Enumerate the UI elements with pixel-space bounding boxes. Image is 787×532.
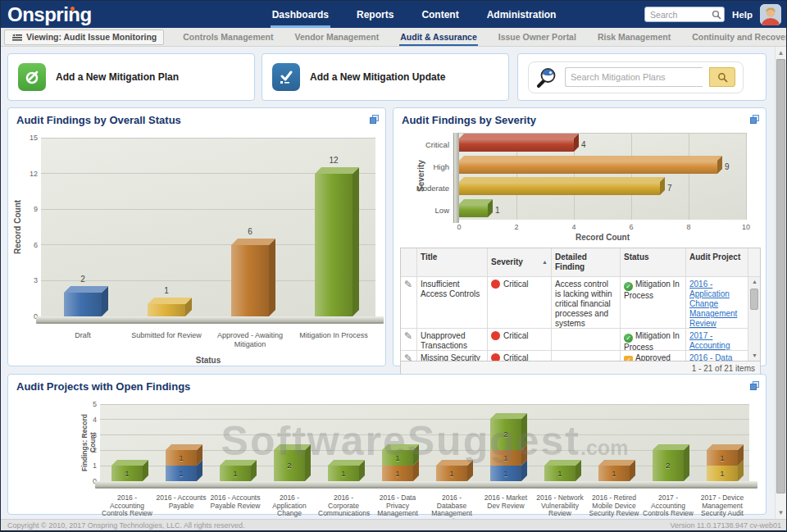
category-label: High: [408, 162, 449, 171]
y-axis-label: Record Count: [13, 138, 22, 316]
bar-value-label: 1: [598, 469, 630, 478]
copyright-text: Copyright © 2010, 2017 Onspring Technolo…: [7, 521, 245, 530]
column-header-edit[interactable]: [401, 248, 417, 276]
bar-3d-top: [544, 460, 581, 466]
column-header-audit-project[interactable]: Audit Project: [686, 248, 748, 276]
bar-value-label: 1: [138, 286, 195, 295]
scrollbar-thumb[interactable]: [776, 59, 785, 493]
category-label: 2016 - Retired Mobile Device Security Re…: [589, 494, 639, 518]
chart-bar-mitigation-in-process[interactable]: [315, 174, 353, 316]
scroll-up-arrow[interactable]: ▲: [776, 48, 786, 58]
scroll-down-arrow[interactable]: ▼: [776, 507, 786, 518]
chart-bar-high[interactable]: [459, 161, 717, 174]
chart-floor: [36, 316, 384, 324]
projects-chart: 01234512016 - Accounting Controls Review…: [8, 375, 766, 514]
chart-bar-submitted-for-review[interactable]: [148, 304, 185, 316]
category-label: 2016 - Application Change Management Rev…: [264, 494, 315, 519]
gridline: [100, 419, 749, 420]
table-scrollbar-thumb[interactable]: [750, 289, 758, 310]
bar-value-label: 1: [382, 469, 413, 478]
status-approved-icon: ✓: [624, 356, 633, 361]
bar-3d-top: [148, 298, 192, 304]
bar-value-label: 1: [382, 453, 413, 462]
status-in-process-icon: ✓: [624, 334, 633, 343]
viewing-label: Viewing: Audit Issue Monitoring: [26, 32, 157, 42]
severity-cell: Critical: [488, 351, 552, 361]
detailed-finding-cell: [552, 329, 621, 350]
dashboard-tab-vendor-management[interactable]: Vendor Management: [294, 28, 380, 46]
table-scroll-up-arrow[interactable]: ▲: [748, 277, 760, 287]
audit-project-link[interactable]: 2016 - Application Change Management Rev…: [689, 280, 737, 328]
user-avatar[interactable]: [760, 4, 781, 25]
dashboard-tab-controls-management[interactable]: Controls Management: [182, 28, 274, 46]
panel-findings-by-status: Audit Findings by Overall Status 0369121…: [7, 107, 386, 366]
audit-project-link[interactable]: 2016 - Data: [689, 353, 732, 361]
severity-cell: Critical: [488, 277, 552, 328]
column-header-title[interactable]: Title: [417, 248, 488, 276]
nav-item-reports[interactable]: Reports: [355, 2, 395, 28]
category-label: Critical: [408, 140, 449, 149]
viewing-selector-button[interactable]: Viewing: Audit Issue Monitoring: [4, 30, 164, 45]
nav-item-dashboards[interactable]: Dashboards: [271, 2, 330, 28]
findings-table-header: TitleSeverity▲Detailed FindingStatusAudi…: [401, 248, 760, 277]
add-mitigation-plan-button[interactable]: Add a New Mitigation Plan: [7, 53, 255, 101]
mitigation-plans-search-input[interactable]: [565, 67, 703, 87]
page-scrollbar: ▲ ▼: [775, 47, 786, 519]
edit-pencil-icon[interactable]: ✎: [404, 279, 412, 290]
footer: Copyright © 2010, 2017 Onspring Technolo…: [1, 519, 787, 530]
audit-project-link[interactable]: 2017 - Accounting Controls Review: [689, 331, 730, 350]
chart-bar-critical[interactable]: [459, 139, 574, 152]
table-scrollbar: ▲▼: [748, 277, 760, 361]
column-header-detailed-finding[interactable]: Detailed Finding: [552, 248, 621, 276]
nav-item-administration[interactable]: Administration: [485, 2, 558, 28]
bar-value-label: 6: [221, 227, 279, 236]
column-header-status[interactable]: Status: [621, 248, 686, 276]
bar-value-label: 1: [707, 453, 738, 462]
bar-value-label: 12: [305, 156, 362, 165]
x-axis-tick: 2: [507, 223, 526, 231]
table-row[interactable]: ✎Unapproved TransactionsCritical✓Mitigat…: [401, 329, 760, 351]
nav-item-content[interactable]: Content: [420, 2, 460, 28]
x-axis-tick: 4: [564, 223, 584, 231]
mitigation-plans-search-button[interactable]: [709, 67, 735, 87]
category-label: Mitigation In Process: [293, 331, 374, 340]
onspring-dashboard-window: Onspring DashboardsReportsContentAdminis…: [0, 0, 787, 532]
status-cell: ✓Mitigation In Process: [621, 277, 686, 328]
bar-value-label: 1: [490, 453, 521, 462]
edit-pencil-icon[interactable]: ✎: [404, 352, 412, 361]
bar-value-label: 1: [707, 469, 738, 478]
chart-bar-moderate[interactable]: [459, 182, 660, 195]
bar-3d-top: [653, 444, 689, 450]
category-label: 2016 - Accounts Payable Review: [210, 494, 261, 510]
chart-bar-low[interactable]: [459, 204, 488, 217]
dashboard-tab-continuity-and-recovery[interactable]: Continuity and Recovery: [691, 28, 787, 46]
gridline: [41, 138, 375, 139]
bar-3d-side: [353, 167, 359, 316]
dashboard-tab-audit-assurance[interactable]: Audit & Assurance: [399, 28, 478, 46]
add-mitigation-update-button[interactable]: Add a New Mitigation Update: [262, 53, 509, 101]
bar-value-label: 1: [111, 469, 143, 478]
search-icon[interactable]: [712, 10, 721, 20]
bar-value-label: 9: [725, 162, 741, 171]
dashboard-tab-issue-owner-portal[interactable]: Issue Owner Portal: [498, 28, 577, 46]
onspring-logo[interactable]: Onspring: [7, 2, 92, 27]
bar-value-label: 2: [274, 461, 305, 470]
bar-value-label: 1: [328, 469, 359, 478]
column-header-severity[interactable]: Severity▲: [488, 248, 552, 276]
bar-value-label: 1: [544, 469, 575, 478]
edit-cell: ✎: [401, 277, 417, 328]
edit-pencil-icon[interactable]: ✎: [404, 330, 412, 342]
mitigation-update-icon: [272, 63, 300, 91]
title-cell: Missing Security: [417, 351, 488, 361]
bar-3d-top: [274, 444, 311, 450]
table-row[interactable]: ✎Insufficient Access ControlsCriticalAcc…: [401, 277, 760, 329]
bar-value-label: 1: [166, 453, 197, 462]
chart-bar-draft[interactable]: [64, 293, 102, 316]
help-link[interactable]: Help: [732, 10, 753, 20]
chart-bar-approved-awaiting-mitigation[interactable]: [231, 245, 269, 316]
table-row[interactable]: ✎Missing SecurityCritical✓Approved2016 -…: [401, 351, 760, 361]
dashboard-menu-icon: [11, 33, 22, 42]
table-scroll-down-arrow[interactable]: ▼: [748, 351, 760, 361]
dashboard-tab-risk-management[interactable]: Risk Management: [597, 28, 671, 46]
category-label: 2016 - Corporate Communications: [318, 494, 369, 518]
